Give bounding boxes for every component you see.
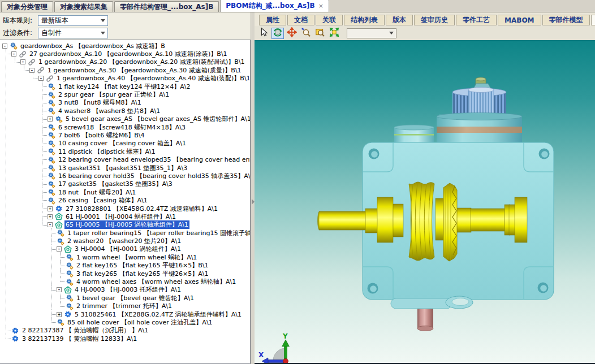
- assembly-icon: [55, 221, 63, 229]
- tree-item-label: 3 HJ-0004 【HJ-0001 涡轮组件】A\1: [74, 245, 182, 253]
- tree-expander[interactable]: +: [48, 214, 53, 219]
- detail-tab-5[interactable]: 签审历史: [414, 15, 455, 25]
- bearing-boss-large: [437, 113, 522, 144]
- tree-item[interactable]: 85 oil hole cover 【oil hole cover 注油孔盖】A…: [57, 318, 250, 326]
- tree-expander[interactable]: +: [57, 312, 62, 317]
- gear-pair-icon: [48, 164, 55, 172]
- document-tab-1[interactable]: 对象搜索结果集: [54, 1, 113, 12]
- left-panel: 版本规则: 最新版本 过滤条件: 自制件 -geardownbox_As 【ge…: [0, 12, 251, 364]
- tree-item[interactable]: 1 bevel gear 【bevel gear 锥齿轮】A\1: [66, 294, 250, 302]
- tree-item[interactable]: 3 nut8 【nut8 螺母M8】A\1: [48, 99, 250, 107]
- tree-item[interactable]: 2 flat key165 【flat key165 平键16×5】B\1: [66, 262, 250, 270]
- tree-expander[interactable]: -: [20, 59, 25, 64]
- rotate-view-button[interactable]: [271, 28, 284, 39]
- tree-expander[interactable]: -: [29, 68, 35, 73]
- detail-tab-2[interactable]: 关联: [316, 15, 343, 25]
- tree-item-label: 13 gasket351 【gasket351 垫圈35_1】A\3: [57, 164, 188, 172]
- zoom-window-button[interactable]: [314, 28, 326, 39]
- detail-tab-6[interactable]: 零件工艺: [456, 15, 497, 25]
- tree-item[interactable]: 2 washer20 【washer20 垫片20】A\1: [57, 237, 250, 245]
- gear-pair-icon: [57, 237, 64, 245]
- tree-expander[interactable]: -: [11, 51, 16, 57]
- tree-item-label: 4 washer8 【washer8 垫片8】A\1: [57, 107, 161, 115]
- tree-item[interactable]: 1 worm wheel 【worm wheel 蜗轮】A\1: [66, 253, 250, 261]
- tree-item[interactable]: 4 worm wheel axes 【worm wheel axes 蜗轮轴】A…: [66, 278, 250, 285]
- document-tab-2[interactable]: 零部件结构管理_...box_As]B: [114, 1, 219, 12]
- tree-item[interactable]: 3 flat key265 【flat key265 平键26×5】A\1: [66, 270, 250, 278]
- tree-item[interactable]: 3 822137139 【 黄油嘴帽 12833】A\1: [11, 335, 250, 343]
- tree-item[interactable]: 1 taper roller bearing15 【taper roller b…: [57, 229, 250, 237]
- tree-expander[interactable]: +: [48, 206, 53, 211]
- tree-item[interactable]: 10 casing cover 【casing cover 箱盖】A\1: [48, 140, 250, 148]
- tree-item[interactable]: -1 geardownbox_As.40 【geardownbox_As.40 …: [38, 75, 250, 83]
- detail-tab-9[interactable]: 产品模型: [591, 15, 595, 25]
- tree-item[interactable]: 11 dipstick 【dipstick 螺塞】A\1: [48, 148, 250, 155]
- part-tree: -geardownbox_As 【geardownbox_As 减速箱】B-27…: [0, 40, 250, 343]
- fit-view-button[interactable]: [328, 28, 340, 39]
- tree-item[interactable]: 1 flat key124 【flat key124 平键12×4】A\2: [48, 83, 250, 90]
- gear-pair-icon: [57, 318, 64, 326]
- tree-item-label: 3 nut8 【nut8 螺母M8】A\1: [57, 98, 143, 107]
- tree-item-label: 1 geardownbox_As.40 【geardownbox_As.40 减…: [55, 74, 251, 83]
- zoom-dynamic-button[interactable]: [300, 28, 312, 39]
- tree-item-label: 2 washer20 【washer20 垫片20】A\1: [66, 237, 182, 245]
- close-tab-icon[interactable]: ×: [318, 2, 324, 10]
- tree-item[interactable]: 2 822137387 【 黄油嘴帽（沉孔用） 】A\1: [11, 327, 250, 335]
- tree-item[interactable]: 18 nut 【nut 螺母20】A\1: [48, 188, 250, 196]
- tree-item[interactable]: 2 trimmer 【trimmer 托环】A\1: [66, 302, 250, 310]
- filter-condition-select[interactable]: 自制件: [38, 28, 108, 38]
- detail-tab-bar: 属性文档关联结构列表版本签审历史零件工艺MABOM零部件模型产品模型: [255, 12, 595, 26]
- tree-item[interactable]: 13 gasket351 【gasket351 垫圈35_1】A\3: [48, 164, 250, 172]
- document-tab-0[interactable]: 对象分类管理: [1, 1, 53, 12]
- tree-item[interactable]: +27 310828801 【XE458G.02.4TZ 减速箱辅料】A\1: [48, 205, 250, 213]
- pan-view-button[interactable]: [286, 28, 298, 39]
- detail-tab-8[interactable]: 零部件模型: [542, 15, 590, 25]
- tree-item[interactable]: +61 HJ-0001 【HJ-0004 蜗杆组件】A\1: [48, 213, 250, 220]
- gear-pair-icon: [66, 302, 74, 310]
- tree-item[interactable]: -27 geardownbox_As.10 【geardownbox_As.10…: [11, 50, 250, 58]
- tree-item[interactable]: 7 bolt6 【bolt6 螺栓M6】B\4: [48, 131, 250, 139]
- document-tab-label: 对象分类管理: [7, 2, 48, 12]
- zoom-dynamic-icon: [301, 27, 311, 40]
- tree-expander[interactable]: +: [48, 116, 53, 122]
- tree-item[interactable]: -geardownbox_As 【geardownbox_As 减速箱】B: [2, 42, 250, 50]
- panel-splitter[interactable]: [251, 12, 255, 364]
- tree-item[interactable]: -1 geardownbox_As.30 【geardownbox_As.30 …: [29, 66, 250, 74]
- tree-item[interactable]: -4 HJ-0003 【HJ-0003 托环组件】A\1: [57, 286, 250, 294]
- tree-expander[interactable]: -: [38, 76, 44, 81]
- tree-item[interactable]: 4 washer8 【washer8 垫片8】A\1: [48, 107, 250, 115]
- tree-item[interactable]: -3 HJ-0004 【HJ-0001 涡轮组件】A\1: [57, 245, 250, 253]
- gear-pair-icon: [66, 262, 74, 270]
- detail-tab-3[interactable]: 结构列表: [344, 15, 385, 25]
- model-viewport-3d[interactable]: Y X: [255, 40, 595, 364]
- gear-pair-icon: [55, 115, 63, 123]
- tree-item[interactable]: 26 casing 【casing 箱体】A\1: [48, 196, 250, 204]
- tree-item[interactable]: +5 310825461 【XE288G.02.4TZ 涡轮轴承组件辅料】A\1: [57, 310, 250, 318]
- tree-expander[interactable]: -: [57, 287, 62, 292]
- detail-tab-4[interactable]: 版本: [386, 15, 413, 25]
- tree-item[interactable]: 17 gasket35 【gasket35 垫圈35】A\3: [48, 180, 250, 188]
- tree-item-label: 1 geardownbox_As.20 【geardownbox_As.20 减…: [37, 58, 246, 66]
- tree-expander[interactable]: -: [57, 246, 62, 252]
- gear-pair-icon: [48, 156, 55, 164]
- detail-tab-7[interactable]: MABOM: [498, 15, 541, 25]
- document-tab-3[interactable]: PBOM结构_减...box_As]B×: [220, 0, 329, 12]
- tree-item-label: 26 casing 【casing 箱体】A\1: [57, 196, 149, 205]
- tree-item-label: 3 flat key265 【flat key265 平键26×5】A\1: [75, 270, 209, 278]
- tree-item[interactable]: 6 screw418 【screw418 螺钉M4×18】A\3: [48, 123, 250, 131]
- detail-tab-1[interactable]: 文档: [287, 15, 314, 25]
- version-rule-select[interactable]: 最新版本: [38, 15, 108, 26]
- select-arrow-button[interactable]: [257, 28, 270, 39]
- tree-item[interactable]: 12 bearing cover head enveloped35 【beari…: [48, 155, 250, 163]
- tree-item[interactable]: -65 HJ-0005 【HJ-0005 涡轮轴承组件】A\1: [48, 221, 250, 229]
- tree-item[interactable]: +5 bevel gear axes_AS 【bevel gear axes_A…: [48, 115, 250, 123]
- detail-tab-0[interactable]: 属性: [259, 15, 286, 25]
- gear-pair-icon: [48, 107, 55, 115]
- tree-item[interactable]: 2 spur gear 【spur gear 正齿轮】A\1: [48, 90, 250, 98]
- tree-expander[interactable]: -: [48, 222, 53, 227]
- tree-item[interactable]: 16 bearing cover hold35 【bearing cover h…: [48, 172, 250, 180]
- tree-expander[interactable]: -: [2, 44, 7, 49]
- tree-item-label: 1 bevel gear 【bevel gear 锥齿轮】A\1: [75, 294, 195, 302]
- tree-item[interactable]: -1 geardownbox_As.20 【geardownbox_As.20 …: [20, 58, 250, 66]
- view-preset-combo[interactable]: [347, 28, 396, 38]
